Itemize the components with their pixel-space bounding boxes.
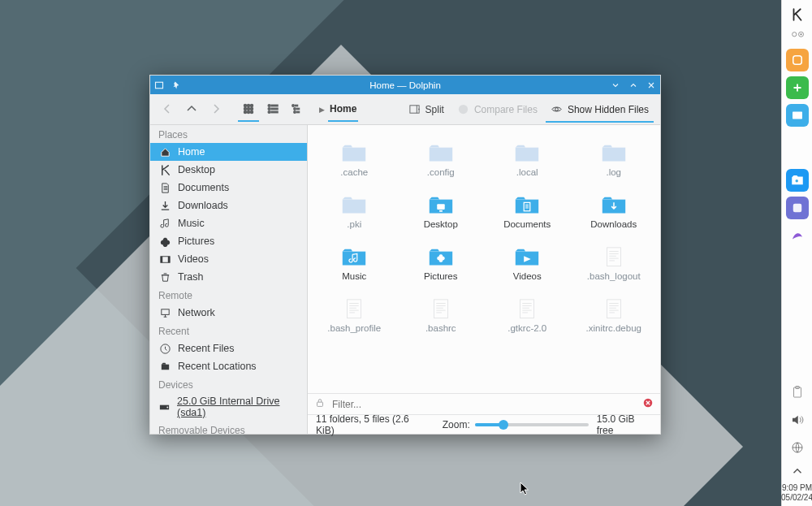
breadcrumb[interactable]: ▶ Home (319, 97, 358, 122)
sidebar-item-recent-locations[interactable]: Recent Locations (150, 357, 307, 375)
panel-date: 05/02/24 (781, 493, 812, 503)
nav-up-button[interactable] (181, 97, 202, 122)
file-item[interactable]: Documents (484, 185, 571, 237)
sidebar-item-home[interactable]: Home (150, 143, 307, 161)
file-item[interactable]: Desktop (398, 185, 485, 237)
recent-files-icon (158, 342, 171, 355)
sidebar-item-desktop[interactable]: Desktop (150, 161, 307, 179)
zoom-slider[interactable] (475, 423, 589, 426)
svg-rect-27 (296, 105, 298, 106)
panel-app-workspace[interactable] (786, 104, 809, 127)
file-icon (512, 297, 542, 322)
titlebar[interactable]: Home — Dolphin (150, 76, 660, 94)
panel-app-orange[interactable] (786, 49, 809, 71)
svg-rect-23 (271, 108, 278, 109)
breadcrumb-location[interactable]: Home (328, 97, 358, 122)
drive-icon (158, 400, 171, 413)
filter-input[interactable] (332, 399, 636, 410)
panel-network-icon[interactable] (786, 436, 809, 459)
nav-back-button[interactable] (157, 97, 178, 122)
status-summary: 11 folders, 5 files (2.6 KiB) (316, 413, 426, 436)
panel-dolphin-task[interactable] (786, 169, 809, 192)
file-item[interactable]: Pictures (398, 237, 485, 289)
file-label: Pictures (424, 271, 458, 281)
zoom-control[interactable]: Zoom: (443, 419, 589, 430)
sidebar-item-videos[interactable]: Videos (150, 250, 307, 268)
panel-app-green[interactable] (786, 76, 809, 99)
clear-filter-icon[interactable] (642, 397, 654, 411)
file-item[interactable]: .bash_logout (571, 237, 658, 289)
sidebar-item-network[interactable]: Network (150, 304, 307, 322)
recent-header: Recent (150, 322, 307, 339)
file-item[interactable]: Videos (484, 237, 571, 289)
view-icons-button[interactable] (238, 97, 259, 122)
compare-button: Compare Files (452, 103, 542, 115)
maximize-button[interactable] (624, 76, 642, 94)
file-item[interactable]: Music (311, 237, 398, 289)
svg-rect-46 (439, 210, 443, 212)
svg-point-33 (459, 105, 468, 114)
sidebar-item-documents[interactable]: Documents (150, 179, 307, 197)
sidebar-item-trash[interactable]: Trash (150, 268, 307, 286)
file-icon (339, 297, 369, 322)
places-panel: Places HomeDesktopDocumentsDownloadsMusi… (150, 125, 308, 434)
file-item[interactable]: .log (571, 133, 658, 185)
file-label: .log (606, 167, 621, 177)
svg-point-14 (244, 107, 247, 110)
nav-forward-button[interactable] (205, 97, 227, 122)
sidebar-item-downloads[interactable]: Downloads (150, 197, 307, 214)
sidebar-item-pictures[interactable]: Pictures (150, 232, 307, 250)
status-free: 15.0 GiB free (597, 413, 652, 436)
desktop-icon (158, 163, 171, 176)
sidebar-item-drive[interactable]: 25.0 GiB Internal Drive (sda1) (150, 393, 307, 421)
folder-icon (426, 193, 456, 218)
file-item[interactable]: .bashrc (398, 289, 485, 341)
file-item[interactable]: .bash_profile (311, 289, 398, 341)
file-item[interactable]: .cache (311, 133, 398, 185)
show-hidden-button[interactable]: Show Hidden Files (546, 96, 654, 123)
svg-rect-32 (409, 106, 418, 113)
file-view[interactable]: .cache.config.local.log.pkiDesktopDocume… (308, 125, 660, 393)
svg-point-26 (292, 104, 294, 106)
panel-kaos-logo[interactable] (786, 3, 809, 26)
dolphin-window: Home — Dolphin ▶ Home Split Compare File… (149, 75, 661, 435)
close-button[interactable] (642, 76, 660, 94)
file-label: Videos (513, 271, 542, 281)
lock-icon[interactable] (314, 397, 326, 411)
titlebar-app-icon[interactable] (150, 76, 168, 94)
panel-expand-icon[interactable] (786, 464, 809, 478)
file-item[interactable]: .config (398, 133, 485, 185)
panel-clipboard-icon[interactable] (786, 381, 809, 404)
panel-clock[interactable]: 9:09 PM 05/02/24 (781, 483, 812, 503)
panel-app-falkon[interactable] (786, 224, 809, 247)
view-compact-button[interactable] (262, 97, 283, 122)
status-bar: 11 folders, 5 files (2.6 KiB) Zoom: 15.0… (308, 414, 660, 434)
file-item[interactable]: .gtkrc-2.0 (484, 289, 571, 341)
folder-icon (426, 141, 456, 166)
svg-point-24 (268, 110, 270, 113)
sidebar-item-recent-files[interactable]: Recent Files (150, 339, 307, 357)
svg-rect-50 (434, 300, 447, 318)
svg-point-34 (555, 108, 559, 111)
svg-rect-37 (167, 256, 169, 262)
titlebar-pin-icon[interactable] (168, 76, 186, 94)
file-icon (599, 297, 628, 322)
minimize-button[interactable] (607, 76, 624, 94)
file-item[interactable]: Downloads (571, 185, 658, 237)
svg-rect-6 (793, 204, 801, 213)
file-item[interactable]: .local (484, 133, 571, 185)
panel-app-purple[interactable] (786, 197, 809, 219)
split-button[interactable]: Split (404, 103, 449, 115)
svg-point-12 (248, 104, 250, 106)
sidebar-item-music[interactable]: Music (150, 214, 307, 232)
folder-icon (599, 193, 628, 218)
panel-user-icon[interactable] (786, 31, 809, 44)
file-item[interactable]: .pki (311, 185, 398, 237)
file-label: .config (427, 167, 455, 177)
view-details-button[interactable] (287, 97, 308, 122)
svg-point-15 (248, 107, 250, 110)
panel-volume-icon[interactable] (786, 409, 809, 431)
svg-rect-36 (160, 256, 162, 262)
svg-rect-29 (297, 108, 300, 109)
file-item[interactable]: .xinitrc.debug (571, 289, 658, 341)
